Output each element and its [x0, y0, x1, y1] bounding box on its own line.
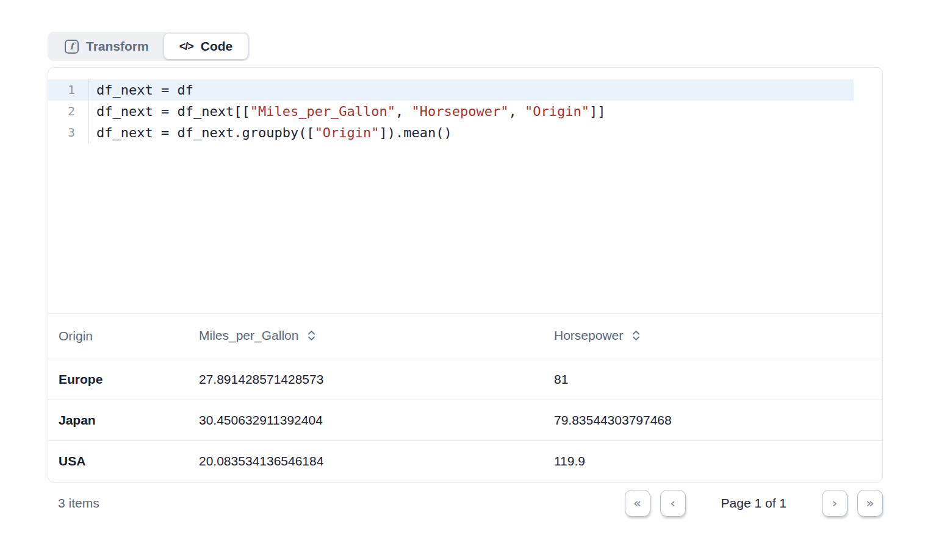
cell-miles-per-gallon: 20.083534136546184 — [189, 441, 544, 482]
function-icon: f — [65, 40, 79, 54]
code-icon: </> — [179, 40, 193, 53]
line-number: 3 — [48, 122, 89, 143]
tab-transform[interactable]: f Transform — [49, 34, 164, 59]
last-page-button[interactable]: » — [857, 490, 883, 517]
string-token: "Horsepower" — [412, 104, 509, 119]
code-token: df_next = df_next[[ — [96, 104, 250, 119]
column-header-horsepower[interactable]: Horsepower — [544, 314, 882, 359]
code-token: ]).mean() — [380, 125, 452, 140]
cell-horsepower: 119.9 — [544, 441, 882, 482]
double-chevron-left-icon: « — [633, 497, 641, 510]
double-chevron-right-icon: » — [866, 497, 874, 510]
tab-code-label: Code — [201, 39, 233, 54]
result-table: Origin Miles_per_Gallon Horsepower Europ… — [48, 313, 882, 482]
previous-page-button[interactable]: ‹ — [660, 490, 686, 517]
table-row: USA 20.083534136546184 119.9 — [48, 441, 882, 482]
cell-horsepower: 79.83544303797468 — [544, 400, 882, 441]
sort-icon[interactable] — [307, 329, 316, 345]
column-header-miles-per-gallon[interactable]: Miles_per_Gallon — [189, 314, 544, 359]
column-header-label: Horsepower — [554, 328, 623, 342]
line-number: 1 — [48, 79, 89, 101]
items-count: 3 items — [48, 496, 99, 511]
page-indicator: Page 1 of 1 — [721, 496, 786, 511]
column-header-origin: Origin — [48, 314, 189, 359]
code-line[interactable]: 3 df_next = df_next.groupby(["Origin"]).… — [48, 122, 854, 143]
cell-horsepower: 81 — [544, 359, 882, 400]
table-footer: 3 items « ‹ Page 1 of 1 › » — [48, 490, 883, 517]
string-token: "Miles_per_Gallon" — [250, 104, 395, 119]
table-row: Japan 30.450632911392404 79.835443037974… — [48, 400, 882, 441]
transform-panel: 1 df_next = df 2 df_next = df_next[["Mil… — [48, 67, 883, 483]
column-header-label: Miles_per_Gallon — [199, 328, 298, 342]
code-token: df_next = df_next.groupby([ — [96, 125, 315, 140]
cell-miles-per-gallon: 30.450632911392404 — [189, 400, 544, 441]
cell-origin: Europe — [48, 359, 189, 400]
cell-origin: USA — [48, 441, 189, 482]
code-token: df_next = df — [96, 82, 193, 98]
view-toggle-group: f Transform </> Code — [48, 32, 250, 61]
tab-transform-label: Transform — [86, 39, 149, 54]
code-line[interactable]: 1 df_next = df — [48, 79, 854, 101]
code-line[interactable]: 2 df_next = df_next[["Miles_per_Gallon",… — [48, 101, 854, 122]
code-token: , — [395, 104, 412, 119]
tab-code[interactable]: </> Code — [164, 34, 248, 59]
chevron-right-icon: › — [832, 497, 838, 510]
code-token: ]] — [589, 104, 606, 119]
cell-miles-per-gallon: 27.891428571428573 — [189, 359, 544, 400]
column-header-label: Origin — [59, 329, 93, 343]
first-page-button[interactable]: « — [625, 490, 650, 517]
line-number: 2 — [48, 101, 89, 122]
pagination: « ‹ Page 1 of 1 › » — [625, 490, 883, 517]
code-token: , — [509, 104, 525, 119]
cell-origin: Japan — [48, 400, 189, 441]
chevron-left-icon: ‹ — [670, 497, 675, 510]
table-header-row: Origin Miles_per_Gallon Horsepower — [48, 314, 882, 359]
string-token: "Origin" — [525, 104, 589, 119]
next-page-button[interactable]: › — [822, 490, 848, 517]
string-token: "Origin" — [315, 125, 380, 140]
sort-icon[interactable] — [632, 329, 641, 345]
table-row: Europe 27.891428571428573 81 — [48, 359, 882, 400]
code-editor[interactable]: 1 df_next = df 2 df_next = df_next[["Mil… — [48, 68, 882, 313]
